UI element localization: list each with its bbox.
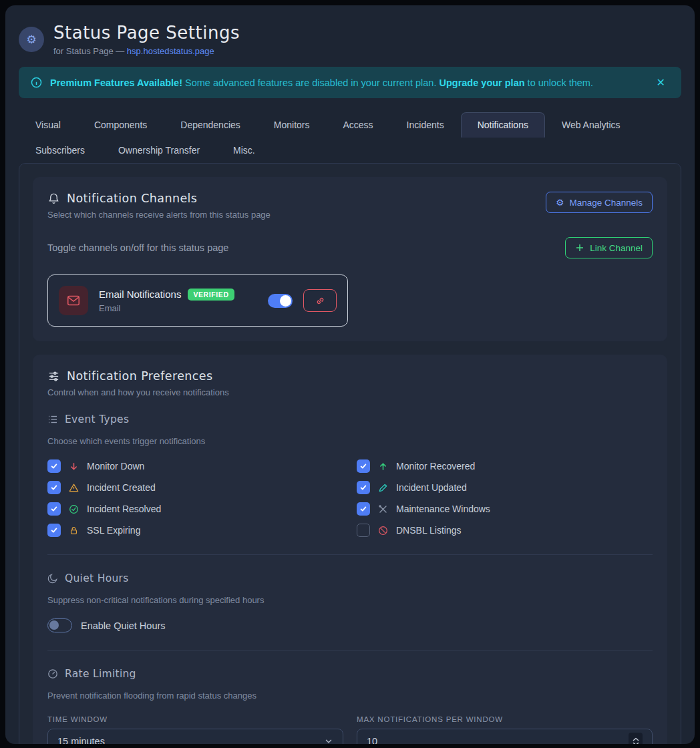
- close-icon[interactable]: ✕: [653, 73, 669, 91]
- gauge-icon: [47, 669, 58, 679]
- premium-banner: Premium Features Available! Some advance…: [19, 67, 681, 98]
- channel-name: Email Notifications: [99, 289, 181, 300]
- gear-icon: ⚙: [26, 33, 36, 47]
- dnsbl-listings-checkbox[interactable]: [357, 524, 370, 537]
- page-subtitle: for Status Page — hsp.hostedstatus.page: [53, 46, 240, 56]
- enable-quiet-hours-toggle[interactable]: [47, 618, 72, 632]
- channel-type: Email: [99, 303, 257, 313]
- gear-icon: ⚙: [556, 197, 564, 208]
- page-title: Status Page Settings: [53, 23, 240, 43]
- tab-components[interactable]: Components: [77, 112, 164, 138]
- status-page-link[interactable]: hsp.hostedstatus.page: [127, 46, 214, 56]
- upgrade-plan-link[interactable]: Upgrade your plan: [439, 77, 524, 88]
- event-label: SSL Expiring: [87, 525, 140, 536]
- premium-banner-bold: Premium Features Available!: [50, 77, 182, 88]
- event-item-monitor-down: Monitor Down: [47, 459, 343, 473]
- toggle-knob: [49, 620, 59, 630]
- manage-channels-label: Manage Channels: [569, 198, 643, 208]
- tab-subscribers[interactable]: Subscribers: [19, 138, 102, 163]
- tab-dependencies[interactable]: Dependencies: [164, 112, 257, 138]
- channels-title: Notification Channels: [67, 192, 197, 205]
- unlink-channel-button[interactable]: [303, 289, 337, 312]
- quiet-hours-title-row: Quiet Hours: [47, 572, 653, 584]
- sliders-icon: [47, 370, 60, 383]
- notification-channels-card: Notification Channels Select which chann…: [33, 177, 667, 341]
- event-types-title: Event Types: [65, 413, 129, 425]
- tab-ownership-transfer[interactable]: Ownership Transfer: [102, 138, 216, 163]
- event-label: Incident Resolved: [87, 504, 161, 514]
- channel-name-row: Email Notifications VERIFIED: [99, 289, 257, 301]
- tab-access[interactable]: Access: [326, 112, 389, 138]
- event-item-maintenance-windows: Maintenance Windows: [357, 502, 653, 516]
- event-item-monitor-recovered: Monitor Recovered: [357, 459, 653, 473]
- premium-banner-middle: Some advanced features are disabled in y…: [182, 77, 439, 88]
- premium-banner-text: Premium Features Available! Some advance…: [50, 77, 645, 88]
- incident-resolved-checkbox[interactable]: [47, 502, 61, 516]
- channels-hint-row: Toggle channels on/off for this status p…: [47, 237, 653, 258]
- event-label: Incident Updated: [396, 482, 467, 493]
- pencil-icon: [377, 483, 389, 493]
- plus-icon: [575, 243, 584, 252]
- channel-info: Email Notifications VERIFIED Email: [99, 289, 257, 313]
- event-item-incident-created: Incident Created: [47, 481, 343, 494]
- time-window-field: TIME WINDOW 15 minutes: [47, 715, 343, 744]
- quiet-hours-toggle-row: Enable Quiet Hours: [47, 618, 653, 632]
- channels-header-text: Notification Channels Select which chann…: [47, 192, 271, 220]
- rate-limiting-title: Rate Limiting: [65, 668, 136, 680]
- toggle-hint: Toggle channels on/off for this status p…: [47, 242, 228, 253]
- link-channel-button[interactable]: Link Channel: [565, 237, 653, 258]
- ban-icon: [377, 526, 389, 536]
- max-notifications-label: MAX NOTIFICATIONS PER WINDOW: [357, 715, 653, 723]
- incident-updated-checkbox[interactable]: [357, 481, 370, 494]
- verified-badge: VERIFIED: [188, 289, 234, 301]
- incident-created-checkbox[interactable]: [47, 481, 61, 494]
- preferences-subtitle: Control when and how you receive notific…: [47, 387, 653, 397]
- page-subtitle-prefix: for Status Page —: [53, 46, 127, 56]
- channels-subtitle: Select which channels receive alerts fro…: [47, 210, 271, 220]
- quiet-hours-subtitle: Suppress non-critical notifications duri…: [47, 595, 653, 605]
- email-channel-toggle[interactable]: [268, 294, 293, 308]
- max-notifications-input[interactable]: [367, 736, 629, 744]
- envelope-icon: [66, 293, 81, 308]
- arrow-down-icon: [68, 461, 79, 472]
- monitor-down-checkbox[interactable]: [47, 459, 61, 473]
- event-label: Maintenance Windows: [396, 504, 490, 514]
- manage-channels-button[interactable]: ⚙ Manage Channels: [546, 192, 653, 213]
- ssl-expiring-checkbox[interactable]: [47, 524, 61, 537]
- event-types-title-row: Event Types: [47, 413, 653, 425]
- chevron-down-icon: [324, 737, 333, 744]
- time-window-select[interactable]: 15 minutes: [47, 729, 343, 744]
- event-item-dnsbl-listings: DNSBL Listings: [357, 524, 653, 537]
- maintenance-windows-checkbox[interactable]: [357, 502, 370, 516]
- channel-row-email: Email Notifications VERIFIED Email: [47, 274, 348, 327]
- gear-avatar: ⚙: [19, 27, 44, 52]
- bell-icon: [47, 192, 60, 205]
- quiet-hours-title: Quiet Hours: [65, 572, 129, 584]
- tab-monitors[interactable]: Monitors: [257, 112, 327, 138]
- tools-icon: [377, 504, 389, 514]
- channels-header: Notification Channels Select which chann…: [47, 192, 653, 220]
- tab-web-analytics[interactable]: Web Analytics: [545, 112, 637, 138]
- check-circle-icon: [68, 504, 79, 514]
- divider: [47, 554, 653, 555]
- rate-limiting-title-row: Rate Limiting: [47, 668, 653, 680]
- tab-incidents[interactable]: Incidents: [390, 112, 461, 138]
- page-header-text: Status Page Settings for Status Page — h…: [53, 23, 240, 56]
- monitor-recovered-checkbox[interactable]: [357, 459, 370, 473]
- event-item-ssl-expiring: SSL Expiring: [47, 524, 343, 537]
- arrow-up-icon: [377, 461, 389, 472]
- tab-visual[interactable]: Visual: [19, 112, 77, 138]
- event-types-subtitle: Choose which events trigger notification…: [47, 436, 653, 446]
- rate-limiting-form: TIME WINDOW 15 minutes MAX NOTIFICATIONS…: [47, 715, 653, 744]
- list-icon: [47, 414, 58, 425]
- notifications-tab-content: Notification Channels Select which chann…: [19, 163, 681, 744]
- tab-misc[interactable]: Misc.: [216, 138, 272, 163]
- event-label: Monitor Recovered: [396, 461, 475, 472]
- event-item-incident-resolved: Incident Resolved: [47, 502, 343, 516]
- tab-notifications[interactable]: Notifications: [461, 112, 545, 138]
- event-item-incident-updated: Incident Updated: [357, 481, 653, 494]
- lock-icon: [68, 526, 79, 536]
- divider: [47, 650, 653, 650]
- toggle-knob: [280, 295, 291, 307]
- number-stepper[interactable]: [629, 733, 643, 744]
